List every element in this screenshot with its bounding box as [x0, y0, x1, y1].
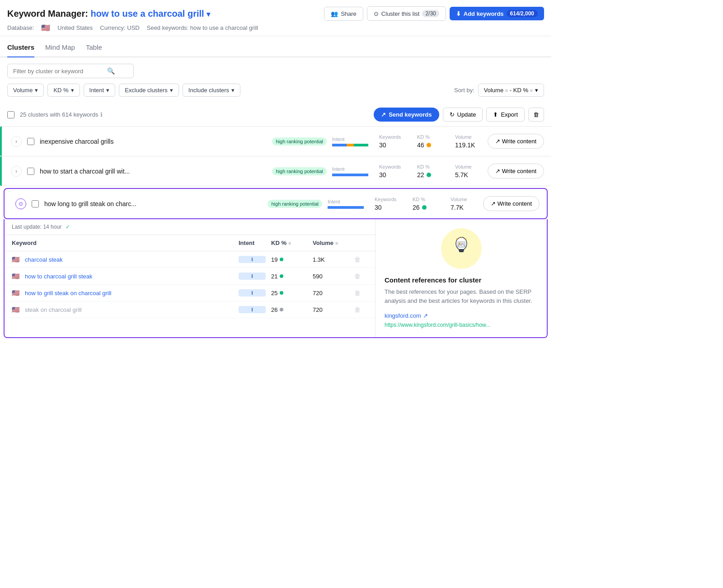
cluster-name: how long to grill steak on charc...	[44, 200, 262, 207]
header-actions: 👥 Share ⊙ Cluster this list 2/30 ⬇ Add k…	[324, 6, 544, 21]
keyword-row: 🇺🇸 steak on charcoal grill I 26 720 🗑	[5, 301, 375, 318]
keywords-group: Keywords 30	[379, 134, 406, 149]
volume-filter[interactable]: Volume ▾	[7, 84, 44, 97]
chevron-down-icon[interactable]: ▾	[207, 10, 210, 18]
add-badge: 614/2,000	[507, 10, 538, 17]
expand-button[interactable]: ⊙	[15, 198, 26, 209]
add-keywords-button[interactable]: ⬇ Add keywords 614/2,000	[450, 7, 544, 20]
kd-group: KD % 22	[417, 164, 444, 179]
intent-bar	[328, 206, 364, 209]
export-icon: ⬆	[493, 111, 498, 118]
keyword-row: 🇺🇸 how to grill steak on charcoal grill …	[5, 285, 375, 301]
sort-select[interactable]: Volume ≡ - KD % ≡ ▾	[478, 84, 544, 97]
share-icon: 👥	[331, 10, 338, 17]
keyword-link[interactable]: how to charcoal grill steak	[25, 273, 233, 280]
kd-value: 21	[271, 273, 307, 280]
cluster-meta: Intent Keywords 30 KD % 26 Volume 7.7K	[328, 197, 478, 211]
chevron-down-icon: ▾	[71, 87, 74, 94]
intent-filter[interactable]: Intent ▾	[84, 84, 116, 97]
download-icon: ⬇	[456, 10, 461, 17]
action-buttons: ↗ Send keywords ↻ Update ⬆ Export 🗑	[374, 108, 544, 122]
filter-row: Volume ▾ KD % ▾ Intent ▾ Exclude cluster…	[7, 84, 544, 97]
expand-button[interactable]: ›	[11, 136, 22, 147]
send-keywords-button[interactable]: ↗ Send keywords	[374, 108, 439, 122]
kd-value: 26	[271, 306, 307, 313]
cluster-count: 25 clusters with 614 keywords ℹ	[20, 111, 103, 118]
volume-group: Volume 7.7K	[451, 197, 478, 211]
svg-rect-3	[459, 251, 464, 252]
flag-icon: 🇺🇸	[12, 256, 19, 263]
cluster-list-button[interactable]: ⊙ Cluster this list 2/30	[367, 6, 446, 21]
content-panel-title: Content references for cluster	[385, 276, 538, 284]
cluster-checkbox[interactable]	[27, 138, 34, 145]
content-link[interactable]: kingsford.com ↗	[385, 312, 538, 319]
tab-mind-map[interactable]: Mind Map	[45, 38, 75, 57]
exclude-clusters-filter[interactable]: Exclude clusters ▾	[119, 84, 179, 97]
write-content-button[interactable]: ↗ Write content	[483, 196, 540, 211]
cluster-name: how to start a charcoal grill wit...	[40, 168, 267, 175]
flag-icon: 🇺🇸	[12, 306, 19, 313]
cluster-checkbox[interactable]	[32, 200, 39, 207]
kd-group: KD % 46	[417, 134, 444, 149]
tab-table[interactable]: Table	[86, 38, 102, 57]
cluster-row: › inexpensive charcoal grills high ranki…	[0, 127, 551, 156]
intent-col-header: Intent	[239, 240, 266, 246]
volume-value: 590	[313, 273, 349, 280]
trash-icon: 🗑	[533, 111, 539, 118]
delete-keyword-button[interactable]: 🗑	[354, 273, 368, 280]
delete-keyword-button[interactable]: 🗑	[354, 256, 368, 263]
svg-rect-2	[459, 249, 464, 251]
sort-value: Volume ≡ - KD % ≡	[484, 87, 533, 94]
sort-section: Sort by: Volume ≡ - KD % ≡ ▾	[454, 84, 544, 97]
sort-icon[interactable]: ≡	[335, 240, 338, 246]
tab-clusters[interactable]: Clusters	[7, 38, 34, 57]
chevron-down-icon: ▾	[106, 87, 109, 94]
keyword-col-header: Keyword	[12, 240, 233, 246]
share-label: Share	[341, 10, 357, 17]
title-link: how to use a charcoal grill	[90, 9, 204, 19]
database-flag: 🇺🇸	[41, 24, 50, 32]
select-all-checkbox[interactable]	[7, 111, 14, 118]
column-headers: Keyword Intent KD % ≡ Volume ≡	[5, 235, 375, 251]
volume-value: 1.3K	[313, 256, 349, 263]
send-icon: ↗	[381, 111, 386, 118]
intent-badge: I	[239, 256, 266, 263]
include-clusters-filter[interactable]: Include clusters ▾	[183, 84, 240, 97]
share-button[interactable]: 👥 Share	[324, 7, 363, 21]
intent-badge: I	[239, 289, 266, 296]
cluster-meta: Intent Keywords 30 KD % 22 Volume 5.7K	[332, 164, 482, 179]
last-update: Last update: 14 hour	[12, 224, 61, 230]
keyword-link[interactable]: charcoal steak	[25, 256, 233, 263]
expand-button[interactable]: ›	[11, 166, 22, 177]
chevron-down-icon: ▾	[170, 87, 173, 94]
cluster-checkbox[interactable]	[27, 168, 34, 175]
flag-icon: 🇺🇸	[12, 273, 19, 280]
delete-button[interactable]: 🗑	[528, 108, 544, 122]
delete-keyword-button[interactable]: 🗑	[354, 306, 368, 313]
search-input[interactable]	[13, 68, 103, 75]
sort-icon[interactable]: ≡	[288, 240, 291, 246]
high-ranking-badge: high ranking potential	[272, 167, 327, 175]
content-url: https://www.kingsford.com/grill-basics/h…	[385, 322, 538, 328]
content-references-panel: Content references for cluster The best …	[375, 219, 547, 337]
update-button[interactable]: ↻ Update	[443, 108, 483, 122]
delete-keyword-button[interactable]: 🗑	[354, 289, 368, 296]
keywords-group: Keywords 30	[375, 197, 402, 211]
cluster-row-expanded: ⊙ how long to grill steak on charc... hi…	[4, 188, 548, 219]
link-text: kingsford.com	[385, 312, 421, 319]
keywords-group: Keywords 30	[379, 164, 406, 179]
export-button[interactable]: ⬆ Export	[486, 108, 525, 122]
keyword-link[interactable]: steak on charcoal grill	[25, 306, 233, 313]
write-content-button[interactable]: ↗ Write content	[488, 134, 544, 149]
intent-group: Intent	[332, 136, 368, 146]
search-box[interactable]: 🔍	[7, 64, 134, 78]
high-ranking-badge: high ranking potential	[268, 200, 322, 208]
kd-filter[interactable]: KD % ▾	[47, 84, 80, 97]
intent-badge: I	[239, 306, 266, 313]
chevron-down-icon: ▾	[35, 87, 38, 94]
keyword-link[interactable]: how to grill steak on charcoal grill	[25, 290, 233, 296]
sort-label: Sort by:	[454, 87, 474, 94]
write-content-button[interactable]: ↗ Write content	[488, 164, 544, 179]
chevron-down-icon: ▾	[231, 87, 235, 94]
cluster-badge: 2/30	[422, 10, 439, 17]
